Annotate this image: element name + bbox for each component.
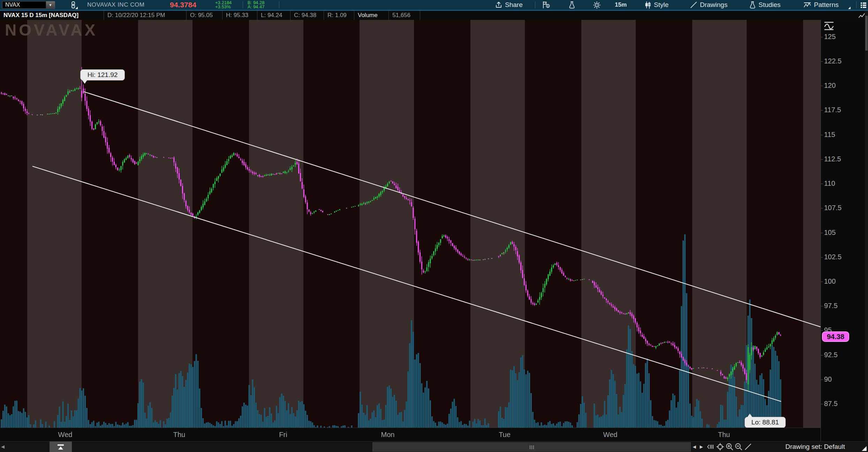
axis-tick-mark — [821, 37, 823, 37]
last-price: 94.3784 — [170, 0, 196, 10]
axis-tick-label: 92.5 — [824, 351, 838, 359]
studies-flask-icon — [749, 1, 756, 9]
timeframe-button[interactable]: 15m — [615, 0, 627, 10]
axis-tick-label: 105 — [824, 229, 836, 237]
share-button[interactable]: Share — [495, 0, 523, 10]
price-axis[interactable]: 94.38 125122.5120117.5115112.5110107.510… — [821, 20, 868, 441]
studies-button[interactable]: Studies — [749, 0, 780, 10]
time-axis-label: Fri — [279, 431, 287, 439]
axis-tick-mark — [821, 282, 823, 282]
axis-tick-label: 120 — [824, 82, 836, 90]
axis-tick-mark — [821, 306, 823, 306]
chart-title: NVAX 15 D 15m [NASDAQ] — [0, 11, 104, 20]
axis-tick-mark — [821, 355, 823, 355]
top-toolbar: NVAX ▼ NOVAVAX INC COM 94.3784 +3.2184 +… — [0, 0, 868, 10]
toolbar-separator — [279, 1, 279, 8]
resize-corner-icon[interactable] — [862, 446, 867, 451]
style-button[interactable]: Style — [644, 0, 669, 10]
axis-tick-label: 110 — [824, 179, 835, 187]
pan-right-icon[interactable]: ▶ — [697, 443, 705, 451]
drawings-button[interactable]: Drawings — [690, 0, 727, 10]
drawing-pencil-icon[interactable] — [744, 443, 752, 451]
flask-icon[interactable] — [567, 0, 577, 10]
share-icon — [495, 1, 503, 9]
last-price-bubble: 94.38 — [822, 331, 849, 342]
jump-triangle-glyph — [58, 446, 63, 450]
bottom-scrollbar[interactable]: ◀ ◀ ▶ Drawing set: Default — [0, 441, 868, 452]
axis-tick-mark — [821, 135, 823, 135]
gear-icon[interactable] — [591, 0, 602, 10]
style-label: Style — [654, 1, 669, 9]
axis-tick-label: 117.5 — [824, 106, 841, 114]
symbol-input[interactable]: NVAX ▼ — [2, 1, 55, 9]
bid-ask-stack: B: 94.28 A: 94.47 — [248, 0, 264, 10]
auto-scroll-icon[interactable] — [707, 443, 715, 451]
right-edge-scrollbar-thumb[interactable] — [865, 16, 868, 51]
axis-tick-label: 97.5 — [824, 302, 838, 310]
toolbar-accent-line — [0, 10, 868, 11]
drawings-icon — [690, 1, 697, 9]
symbol-value[interactable]: NVAX — [2, 2, 46, 8]
zoom-in-icon[interactable] — [725, 443, 734, 451]
company-name: NOVAVAX INC COM — [87, 0, 144, 10]
axis-tick-label: 90 — [824, 375, 832, 383]
scrollbar-grip — [530, 445, 534, 449]
chart-header: NVAX 15 D 15m [NASDAQ] D: 10/22/20 12:15… — [0, 11, 868, 20]
patterns-corner-triangle — [848, 7, 851, 9]
jump-bar-glyph — [58, 444, 64, 446]
time-axis-label: Wed — [603, 431, 618, 439]
zoom-out-icon[interactable] — [734, 443, 743, 451]
axis-tick-label: 107.5 — [824, 204, 841, 212]
axis-tick-label: 125 — [824, 33, 836, 41]
studies-label: Studies — [758, 1, 780, 9]
axis-tick-mark — [821, 159, 823, 160]
low-marker-bubble: Lo: 88.81 — [745, 417, 786, 428]
axis-settings-icon[interactable] — [824, 21, 834, 31]
share-label: Share — [505, 1, 523, 9]
jump-to-start-button[interactable] — [50, 442, 72, 452]
scrollbar-thumb[interactable] — [372, 442, 691, 452]
header-high: H: 95.33 — [222, 11, 257, 20]
patterns-icon — [803, 1, 812, 9]
time-axis-label: Tue — [499, 431, 511, 439]
change-percent: +3.53% — [215, 5, 232, 9]
ask-value: A: 94.47 — [248, 5, 264, 9]
high-marker-bubble: Hi: 121.92 — [80, 69, 125, 81]
toolbar-separator — [535, 1, 535, 8]
right-edge-scrollbar[interactable] — [865, 11, 868, 441]
axis-tick-mark — [821, 61, 823, 62]
time-axis-label: Thu — [718, 431, 730, 439]
time-axis-label: Wed — [58, 431, 73, 439]
chart-canvas[interactable]: NOVAVAX Hi: 121.92 Lo: 88.81 — [0, 20, 821, 428]
candlestick-style-icon — [644, 1, 651, 9]
header-range: R: 1.09 — [324, 11, 354, 20]
axis-tick-label: 100 — [824, 277, 836, 285]
patterns-button[interactable]: Patterns — [803, 0, 839, 10]
flag-info-icon[interactable] — [541, 0, 552, 10]
drawing-set-label[interactable]: Drawing set: Default — [785, 443, 845, 451]
toolbar-separator — [243, 1, 243, 8]
header-volume-value: 51,656 — [389, 11, 420, 20]
axis-tick-label: 102.5 — [824, 253, 841, 261]
patterns-label: Patterns — [814, 1, 839, 9]
axis-tick-label: 115 — [824, 131, 835, 139]
price-plot[interactable] — [0, 20, 821, 428]
axis-tick-label: 122.5 — [824, 57, 841, 65]
time-axis-label: Thu — [173, 431, 185, 439]
symbol-dropdown-button[interactable]: ▼ — [46, 1, 55, 8]
axis-tick-mark — [821, 257, 823, 258]
time-axis: WedThuFriMonTueWedThu — [0, 428, 821, 441]
change-stack: +3.2184 +3.53% — [215, 0, 232, 10]
grid-menu-icon[interactable] — [859, 0, 868, 10]
scroll-left-arrow-icon[interactable]: ◀ — [1, 444, 5, 449]
link-corner-triangle — [75, 7, 78, 9]
axis-tick-mark — [821, 184, 823, 184]
drawings-label: Drawings — [700, 1, 727, 9]
axis-tick-label: 87.5 — [824, 400, 838, 408]
axis-tick-mark — [821, 233, 823, 233]
time-axis-label: Mon — [381, 431, 395, 439]
crosshair-icon[interactable] — [716, 443, 724, 451]
header-volume-label: Volume — [354, 11, 389, 20]
header-open: O: 95.05 — [187, 11, 222, 20]
header-date: D: 10/22/20 12:15 PM — [104, 11, 187, 20]
